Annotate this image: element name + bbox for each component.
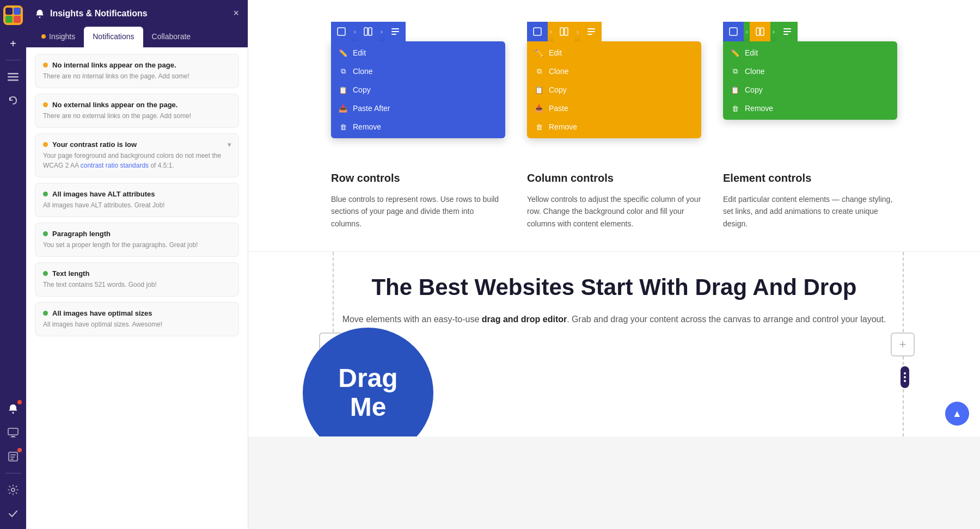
bell-icon[interactable] [3, 399, 23, 419]
col-menu-paste[interactable]: 📥 Paste [527, 99, 701, 118]
layers-icon[interactable] [3, 67, 23, 87]
svg-rect-24 [534, 28, 541, 35]
insight-desc-paragraph: You set a proper length for the paragrap… [43, 240, 231, 250]
svg-rect-7 [8, 79, 19, 81]
row-icon-select[interactable] [331, 22, 352, 41]
insight-desc-image-sizes: All images have optimal sizes. Awesome! [43, 319, 231, 329]
col-icon-text[interactable] [581, 22, 602, 41]
row-icon-column[interactable] [358, 22, 378, 41]
insight-title-alt: All images have ALT attributes [43, 190, 231, 198]
row-icon-text[interactable] [385, 22, 406, 41]
bell-header-icon [35, 9, 45, 19]
forms-icon[interactable] [3, 447, 23, 466]
dragdrop-section: + + The Best Websites Start With Drag An… [248, 251, 980, 436]
insight-item-alt: All images have ALT attributes All image… [35, 183, 239, 217]
panel-title: Insights & Notifications [50, 9, 148, 19]
dot-green-alt [43, 192, 48, 196]
paste-after-icon: 📥 [339, 104, 347, 113]
insight-desc-text-length: The text contains 521 words. Good job! [43, 280, 231, 290]
add-icon[interactable]: + [3, 34, 23, 53]
elem-icon-select[interactable] [723, 22, 744, 41]
tab-collaborate[interactable]: Collaborate [143, 27, 200, 47]
copy-icon: 📋 [339, 86, 347, 94]
row-menu-remove[interactable]: 🗑 Remove [331, 118, 505, 136]
elem-menu-remove[interactable]: 🗑 Remove [723, 99, 897, 118]
desktop-icon[interactable] [3, 423, 23, 442]
undo-icon[interactable] [3, 91, 23, 110]
svg-rect-2 [14, 8, 21, 15]
scroll-to-top-button[interactable]: ▲ [945, 402, 969, 426]
elem-arrow-2: › [770, 29, 776, 35]
elem-context-menu: ✏️ Edit ⧉ Clone 📋 Copy 🗑 Remove [723, 41, 897, 120]
elem-remove-icon: 🗑 [731, 104, 739, 113]
elem-clone-icon: ⧉ [731, 67, 739, 76]
expand-icon-contrast[interactable]: ▾ [228, 141, 231, 149]
insight-item-external-links: No external links appear on the page. Th… [35, 94, 239, 128]
svg-rect-11 [10, 437, 16, 438]
column-controls-visual: › › ✏️ Edit ⧉ Clone [527, 22, 701, 163]
col-icon-select[interactable] [527, 22, 548, 41]
insight-title-image-sizes: All images have optimal sizes [43, 309, 231, 317]
svg-rect-35 [783, 34, 788, 35]
row-context-menu: ✏️ Edit ⧉ Clone 📋 Copy 📥 Paste After [331, 41, 505, 138]
col-menu-remove[interactable]: 🗑 Remove [527, 118, 701, 136]
col-icon-column[interactable] [554, 22, 574, 41]
col-clone-icon: ⧉ [535, 67, 543, 76]
elem-edit-icon: ✏️ [731, 49, 739, 57]
panel-close-button[interactable]: × [233, 8, 239, 19]
main-canvas: › › ✏️ Edit ⧉ [248, 0, 980, 529]
elem-icon-text[interactable] [777, 22, 798, 41]
contrast-link[interactable]: contrast ratio standards [81, 162, 149, 169]
insights-panel: Insights & Notifications × Insights Noti… [26, 0, 248, 529]
sidebar-separator-1 [5, 60, 21, 60]
svg-rect-33 [783, 28, 791, 29]
svg-rect-21 [391, 28, 399, 29]
svg-rect-14 [10, 457, 15, 458]
elem-icon-bar: › › [723, 22, 798, 41]
row-arrow-1: › [352, 29, 358, 35]
svg-rect-34 [783, 31, 791, 32]
row-menu-edit[interactable]: ✏️ Edit [331, 44, 505, 62]
elem-arrow-1: › [744, 29, 750, 35]
col-paste-icon: 📥 [535, 104, 543, 113]
settings-icon[interactable] [3, 480, 23, 500]
insights-tab-dot [41, 34, 46, 39]
elem-menu-copy[interactable]: 📋 Copy [723, 81, 897, 99]
panel-tabs: Insights Notifications Collaborate [26, 27, 248, 47]
svg-rect-6 [8, 76, 19, 78]
svg-point-16 [11, 488, 15, 491]
element-controls-visual: › › ✏️ Edit ⧉ Clone [723, 22, 897, 163]
elem-icon-col[interactable] [750, 22, 770, 41]
elem-menu-edit[interactable]: ✏️ Edit [723, 44, 897, 62]
svg-rect-10 [11, 436, 15, 437]
svg-rect-13 [10, 454, 16, 456]
svg-rect-25 [560, 28, 564, 35]
row-controls-visual: › › ✏️ Edit ⧉ [331, 22, 505, 163]
col-menu-clone[interactable]: ⧉ Clone [527, 62, 701, 81]
remove-icon: 🗑 [339, 123, 347, 131]
row-arrow-2: › [378, 29, 384, 35]
insight-title-text-length: Text length [43, 269, 231, 278]
panel-header-left: Insights & Notifications [35, 9, 148, 19]
row-menu-copy[interactable]: 📋 Copy [331, 81, 505, 99]
row-menu-clone[interactable]: ⧉ Clone [331, 62, 505, 81]
elem-menu-clone[interactable]: ⧉ Clone [723, 62, 897, 81]
svg-rect-1 [5, 8, 13, 15]
tab-notifications[interactable]: Notifications [84, 27, 143, 47]
insight-desc-internal-links: There are no internal links on the page.… [43, 71, 231, 81]
col-menu-copy[interactable]: 📋 Copy [527, 81, 701, 99]
col-arrow-2: › [574, 29, 580, 35]
col-edit-icon: ✏️ [535, 49, 543, 57]
svg-rect-4 [14, 16, 21, 23]
tab-insights-label: Insights [49, 32, 75, 41]
svg-rect-23 [391, 34, 396, 35]
dot-orange-external [43, 102, 48, 107]
app-logo[interactable] [3, 5, 23, 25]
col-menu-edit[interactable]: ✏️ Edit [527, 44, 701, 62]
insight-desc-contrast: Your page foreground and background colo… [43, 151, 231, 170]
elem-controls-title: Element controls [723, 172, 897, 184]
row-menu-paste-after[interactable]: 📥 Paste After [331, 99, 505, 118]
tab-insights[interactable]: Insights [33, 27, 84, 47]
check-icon[interactable] [3, 504, 23, 524]
svg-rect-20 [369, 28, 372, 35]
